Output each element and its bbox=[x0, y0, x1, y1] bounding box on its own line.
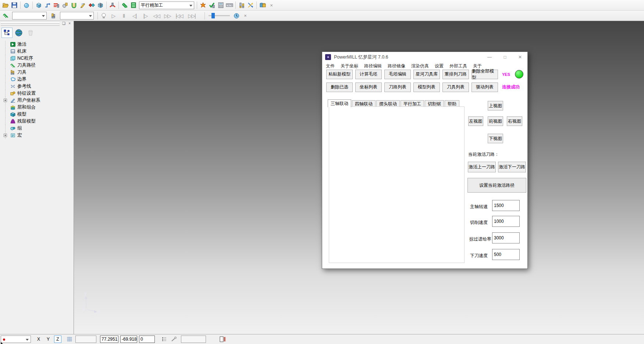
paste-new-model-button[interactable]: 粘贴新模型 bbox=[326, 70, 353, 79]
menu-path-edit[interactable]: 路径编辑 bbox=[364, 63, 382, 69]
close-icon[interactable]: ✕ bbox=[514, 52, 526, 62]
boundary-icon[interactable] bbox=[70, 1, 78, 10]
step-back-button[interactable]: ◁| bbox=[129, 11, 140, 20]
skim-feed-input[interactable] bbox=[492, 232, 520, 243]
probe-icon[interactable] bbox=[170, 336, 178, 343]
measure-icon[interactable] bbox=[225, 1, 234, 10]
plunge-feed-input[interactable] bbox=[492, 249, 520, 260]
pause-button[interactable]: Ⅱ bbox=[118, 11, 129, 20]
explorer-tree-icon[interactable] bbox=[1, 28, 13, 38]
toolpath-list-button[interactable]: 刀路列表 bbox=[384, 83, 411, 92]
delete-all-models-button[interactable]: 删除全部模型 bbox=[472, 70, 498, 79]
explorer-trash-icon[interactable] bbox=[25, 28, 36, 38]
top-view-button[interactable]: 上视图 bbox=[488, 101, 503, 110]
menu-render-sim[interactable]: 渲染仿真 bbox=[411, 63, 429, 69]
model-list-button[interactable]: 模型列表 bbox=[413, 83, 440, 92]
sim-toolbar-close-icon[interactable]: × bbox=[241, 11, 250, 20]
dialog-titlebar[interactable]: ✦ PowerMILL 忆梦星河 7.0.6 bbox=[322, 52, 527, 62]
minimize-icon[interactable]: — bbox=[483, 52, 496, 62]
tree-item-groups[interactable]: 组 bbox=[2, 125, 72, 132]
tree-item-models[interactable]: 模型 bbox=[2, 111, 72, 118]
menu-external-tools[interactable]: 外部工具 bbox=[449, 63, 467, 69]
front-view-button[interactable]: 前视图 bbox=[488, 116, 503, 126]
expand-icon[interactable] bbox=[4, 99, 7, 102]
toolpath-calc-icon[interactable] bbox=[199, 1, 207, 10]
expand-icon[interactable] bbox=[4, 134, 7, 137]
create-tool-icon[interactable] bbox=[61, 1, 70, 10]
tree-item-levels-sets[interactable]: 层和组合 bbox=[2, 104, 72, 111]
tab-3axis[interactable]: 三轴联动 bbox=[328, 99, 351, 107]
go-to-end-button[interactable]: ▷▷| bbox=[185, 11, 198, 20]
bottom-view-button[interactable]: 下视图 bbox=[488, 134, 503, 143]
snap-value-field[interactable] bbox=[75, 336, 96, 343]
drive-list-button[interactable]: 驱动列表 bbox=[472, 83, 498, 92]
pane-float-icon[interactable]: ❏ bbox=[62, 21, 65, 25]
explorer-globe-icon[interactable] bbox=[13, 28, 24, 38]
transform-icon[interactable] bbox=[246, 1, 255, 10]
toolpath-icon[interactable] bbox=[120, 1, 129, 10]
tree-item-nc-programs[interactable]: NC程序 bbox=[2, 55, 72, 62]
activate-prev-toolpath-button[interactable]: 激活上一刀路 bbox=[468, 162, 496, 172]
stock-model-icon[interactable] bbox=[96, 1, 105, 10]
pause-output-icon[interactable] bbox=[218, 336, 227, 343]
tree-item-stock-models[interactable]: 残留模型 bbox=[2, 118, 72, 125]
cutting-feed-input[interactable] bbox=[492, 216, 520, 227]
sim-light-icon[interactable] bbox=[99, 11, 108, 20]
tree-item-feature-sets[interactable]: 特征设置 bbox=[2, 90, 72, 97]
set-active-path-button[interactable]: 设置当前激活路径 bbox=[467, 178, 526, 193]
reorder-toolpaths-button[interactable]: 重排列刀路 bbox=[442, 70, 469, 79]
y-axis-button[interactable]: Y bbox=[45, 336, 52, 343]
step-forward-button[interactable]: |▷ bbox=[140, 11, 151, 20]
strategy-list-icon[interactable] bbox=[129, 1, 138, 10]
menu-file[interactable]: 文件 bbox=[326, 63, 335, 69]
save-project-icon[interactable] bbox=[10, 1, 19, 10]
sim-clock-icon[interactable] bbox=[232, 11, 241, 20]
tool-list-button[interactable]: 刀具列表 bbox=[442, 83, 469, 92]
pane-grip-handle[interactable] bbox=[1, 22, 60, 26]
toolpath-wizard-icon[interactable] bbox=[43, 1, 52, 10]
tree-item-toolpaths[interactable]: 刀具路径 bbox=[2, 62, 72, 69]
maximize-icon[interactable]: □ bbox=[499, 52, 511, 62]
open-project-icon[interactable] bbox=[1, 1, 10, 10]
tree-item-activate[interactable]: 激活 bbox=[2, 41, 72, 48]
main-toolbar-close-icon[interactable]: × bbox=[267, 1, 276, 10]
selection-filter-dropdown[interactable] bbox=[1, 336, 31, 343]
verify-toolpath-icon[interactable] bbox=[207, 1, 216, 10]
pane-close-icon[interactable]: × bbox=[68, 21, 71, 25]
tool-library-button[interactable]: 星河刀具库 bbox=[413, 70, 440, 79]
slider-handle[interactable] bbox=[211, 13, 215, 18]
feature-set-icon[interactable] bbox=[87, 1, 96, 10]
nc-program-icon[interactable] bbox=[52, 1, 61, 10]
rewind-button[interactable]: ◁◁ bbox=[151, 11, 162, 20]
left-view-button[interactable]: 左视图 bbox=[468, 116, 483, 126]
print-icon[interactable] bbox=[22, 1, 31, 10]
tree-item-boundaries[interactable]: 边界 bbox=[2, 76, 72, 83]
tree-item-machine[interactable]: 机床 bbox=[2, 48, 72, 55]
pattern-icon[interactable] bbox=[78, 1, 87, 10]
x-axis-button[interactable]: X bbox=[35, 336, 42, 343]
strategy-dropdown[interactable]: 平行精加工 bbox=[139, 1, 194, 9]
sim-tool-dropdown[interactable] bbox=[60, 12, 94, 20]
tree-item-workplanes[interactable]: 用户坐标系 bbox=[2, 97, 72, 104]
tree-item-macros[interactable]: 宏 bbox=[2, 132, 72, 139]
block-edit-button[interactable]: 毛坯编辑 bbox=[384, 70, 411, 79]
tree-item-tools[interactable]: 刀具 bbox=[2, 69, 72, 76]
grid-snap-icon[interactable] bbox=[65, 336, 74, 343]
go-to-start-button[interactable]: |◁◁ bbox=[173, 11, 185, 20]
tool-manager-icon[interactable] bbox=[237, 1, 246, 10]
menu-settings[interactable]: 设置 bbox=[435, 63, 444, 69]
play-button[interactable]: ▷ bbox=[108, 11, 118, 20]
spindle-speed-input[interactable] bbox=[492, 200, 520, 211]
coord-list-icon[interactable] bbox=[160, 336, 169, 343]
tree-item-patterns[interactable]: 参考线 bbox=[2, 83, 72, 90]
menu-about-coords[interactable]: 关于坐标 bbox=[341, 63, 358, 69]
z-axis-button[interactable]: Z bbox=[54, 336, 61, 343]
fast-forward-button[interactable]: ▷▷ bbox=[162, 11, 173, 20]
menu-path-mirror[interactable]: 路径镜像 bbox=[388, 63, 405, 69]
calculator-icon[interactable] bbox=[216, 1, 225, 10]
tool-simulate-icon[interactable] bbox=[108, 1, 117, 10]
activate-next-toolpath-button[interactable]: 激活下一刀路 bbox=[498, 162, 526, 172]
sim-toolpath-dropdown[interactable] bbox=[12, 12, 47, 20]
speed-slider[interactable] bbox=[209, 15, 230, 16]
calc-block-button[interactable]: 计算毛坯 bbox=[355, 70, 382, 79]
